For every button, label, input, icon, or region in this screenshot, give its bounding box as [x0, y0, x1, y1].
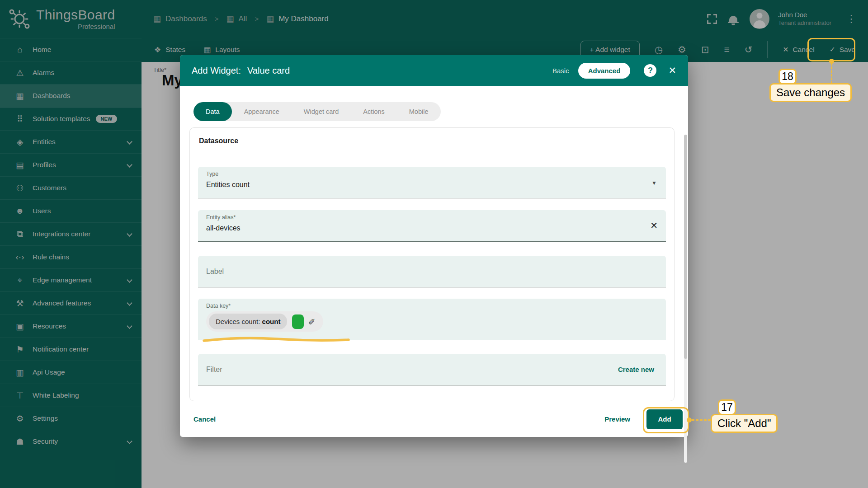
dialog-header: Add Widget: Value card Basic Advanced ? … — [180, 55, 688, 86]
data-key-color-swatch[interactable] — [292, 314, 304, 329]
filter-placeholder: Filter — [206, 354, 658, 385]
step-18-number-badge: 18 — [778, 69, 797, 84]
step-18-connector-dot — [829, 59, 834, 64]
tab-data[interactable]: Data — [193, 102, 232, 121]
data-key-field[interactable]: Data key* Devices count: count ✎ — [198, 299, 666, 340]
step-18-callout: Save changes — [769, 83, 852, 102]
step-18-highlight-ring — [807, 38, 855, 61]
chevron-down-icon[interactable]: ▼ — [651, 180, 657, 186]
dialog-tabs: DataAppearanceWidget cardActionsMobile — [193, 102, 441, 121]
datasource-section-title: Datasource — [198, 134, 666, 145]
type-value: Entities count — [206, 181, 658, 189]
label-placeholder: Label — [206, 256, 658, 287]
preview-button[interactable]: Preview — [604, 415, 630, 423]
tab-widget-card[interactable]: Widget card — [292, 102, 351, 121]
help-icon[interactable]: ? — [644, 64, 656, 77]
step-17-number-badge: 17 — [718, 399, 736, 415]
type-label: Type — [206, 167, 658, 177]
entity-alias-field[interactable]: Entity alias* all-devices ✕ — [198, 210, 666, 242]
dialog-body: DataAppearanceWidget cardActionsMobile D… — [180, 86, 688, 401]
close-icon[interactable]: ✕ — [668, 65, 676, 76]
step-18-connector-line — [831, 63, 832, 84]
create-new-filter-link[interactable]: Create new — [618, 354, 654, 385]
scrollbar-thumb[interactable] — [684, 135, 687, 359]
basic-mode-toggle[interactable]: Basic — [552, 67, 569, 75]
cancel-button[interactable]: Cancel — [193, 415, 216, 423]
entity-alias-value: all-devices — [206, 224, 658, 232]
tab-appearance[interactable]: Appearance — [232, 102, 292, 121]
add-widget-dialog: Add Widget: Value card Basic Advanced ? … — [180, 55, 688, 437]
clear-icon[interactable]: ✕ — [650, 220, 658, 231]
step-17-callout: Click "Add" — [711, 414, 778, 433]
step-17-connector-dot — [687, 418, 692, 422]
label-field[interactable]: Label — [198, 256, 666, 287]
data-key-chip-text: Devices count: count — [209, 314, 287, 329]
tab-mobile[interactable]: Mobile — [397, 102, 441, 121]
dialog-footer: Cancel Preview Add — [180, 401, 688, 437]
filter-field[interactable]: Filter Create new — [198, 354, 666, 385]
advanced-mode-toggle[interactable]: Advanced — [578, 63, 631, 79]
highlight-underline-marker — [202, 335, 351, 343]
entity-alias-label: Entity alias* — [206, 210, 658, 221]
dialog-title-widget-name: Value card — [247, 66, 290, 76]
dialog-title: Add Widget: — [192, 66, 241, 76]
data-key-chip[interactable]: Devices count: count ✎ — [206, 311, 323, 332]
datasource-card: Datasource Type Entities count ▼ Entity … — [189, 127, 675, 401]
step-17-highlight-ring — [643, 407, 689, 433]
step-17-connector-line — [692, 419, 711, 421]
edit-pencil-icon[interactable]: ✎ — [307, 318, 318, 325]
data-key-label: Data key* — [206, 299, 658, 309]
type-select[interactable]: Type Entities count ▼ — [198, 167, 666, 198]
tab-actions[interactable]: Actions — [351, 102, 397, 121]
